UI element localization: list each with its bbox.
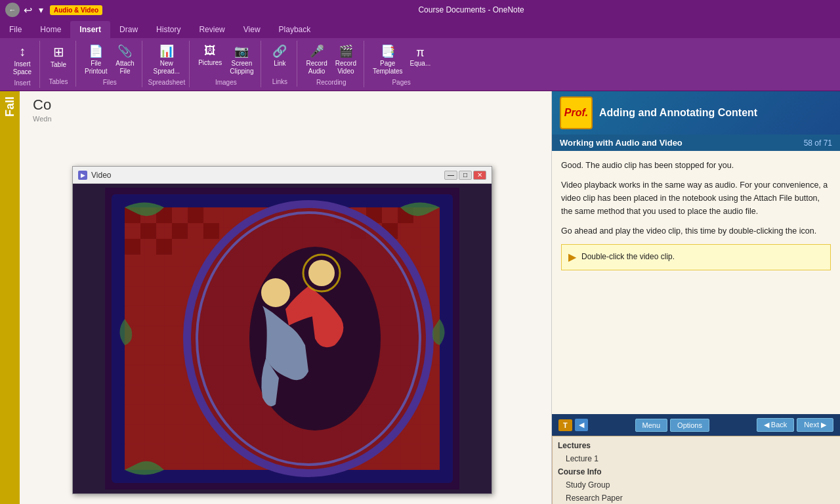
svg-rect-8 [172, 223, 188, 239]
images-group-label: Images [215, 79, 237, 86]
equations-button[interactable]: π Equa... [408, 45, 434, 68]
main-area: Fall Co Wedn 🎧 Renaissanc... [0, 91, 840, 504]
attach-file-icon: 📎 [117, 44, 132, 58]
record-audio-button[interactable]: 🎤 RecordAudio [303, 42, 330, 77]
nav-tree-item-researchpaper[interactable]: Research Paper [553, 492, 840, 504]
nav-tree-item-lectures[interactable]: Lectures [553, 439, 840, 452]
svg-rect-9 [203, 223, 219, 239]
insert-space-label: InsertSpace [13, 60, 32, 76]
attach-file-label: AttachFile [116, 60, 134, 75]
svg-rect-10 [125, 239, 140, 255]
video-minimize-button[interactable]: — [444, 171, 457, 180]
professor-para3: Go ahead and play the video clip, this t… [561, 224, 831, 238]
professor-logo-text: Prof. [564, 107, 588, 119]
table-group: ⊞ Table Tables [41, 41, 76, 87]
audio-video-tab-label: Audio & Video [50, 5, 102, 15]
nav-arrow-button[interactable]: ◀ [575, 419, 588, 431]
insert-space-icon: ↕ [19, 44, 26, 59]
tab-draw[interactable]: Draw [110, 21, 147, 38]
professor-topic-text: Working with Audio and Video [560, 138, 682, 148]
links-group-label: Links [272, 78, 287, 85]
table-label: Table [51, 61, 66, 69]
insert-space-group: ↕ InsertSpace Insert [5, 41, 40, 88]
link-icon: 🔗 [272, 44, 287, 58]
pictures-icon: 🖼 [204, 44, 216, 58]
ribbon-content: ↕ InsertSpace Insert ⊞ Table Tables 📄 Fi… [0, 38, 840, 91]
back-button[interactable]: ← [5, 3, 20, 17]
professor-logo: Prof. [560, 96, 593, 129]
page-date: Wedn [33, 115, 538, 123]
professor-para1: Good. The audio clip has been stopped fo… [561, 159, 831, 172]
file-printout-label: FilePrintout [85, 60, 107, 75]
file-printout-icon: 📄 [89, 44, 103, 58]
nav-tree-item-courseinfo[interactable]: Course Info [553, 465, 840, 478]
links-group: 🔗 Link Links [262, 41, 297, 87]
page-templates-label: PageTemplates [373, 60, 403, 75]
screen-clipping-button[interactable]: 📷 ScreenClipping [226, 42, 257, 77]
link-label: Link [274, 60, 285, 68]
attach-file-button[interactable]: 📎 AttachFile [112, 42, 138, 77]
app-title: Course Documents - OneNote [108, 5, 835, 14]
pages-group: 📑 PageTemplates π Equa... Pages [366, 41, 437, 87]
pictures-label: Pictures [198, 59, 222, 67]
pictures-button[interactable]: 🖼 Pictures [195, 42, 225, 77]
images-group: 🖼 Pictures 📷 ScreenClipping Images [191, 41, 261, 87]
notebook-page-area: Co Wedn 🎧 Renaissanc... ⏺ Med [20, 91, 551, 504]
nav-next-button[interactable]: Next ▶ [797, 418, 833, 432]
notebook-tab: Fall [0, 91, 20, 504]
play-arrow-icon: ▶ [568, 249, 576, 266]
equations-icon: π [416, 46, 424, 60]
svg-rect-6 [188, 207, 203, 223]
files-group: 📄 FilePrintout 📎 AttachFile Files [77, 41, 142, 87]
nav-back-button[interactable]: ◀ Back [757, 418, 795, 432]
tab-file[interactable]: File [0, 21, 31, 38]
tab-view[interactable]: View [234, 21, 270, 38]
svg-rect-11 [156, 239, 172, 255]
tab-home[interactable]: Home [31, 21, 70, 38]
navigation-tree: Lectures Lecture 1 Course Info Study Gro… [552, 436, 840, 504]
undo-button[interactable]: ↩ [22, 5, 33, 15]
insert-label: Insert [14, 79, 30, 87]
nav-menu-button[interactable]: Menu [635, 419, 668, 432]
nav-tree-item-studygroup[interactable]: Study Group [553, 478, 840, 492]
tab-review[interactable]: Review [190, 21, 234, 38]
video-close-button[interactable]: ✕ [473, 171, 486, 180]
video-maximize-button[interactable]: □ [459, 171, 472, 180]
professor-topic-bar: Working with Audio and Video 58 of 71 [552, 135, 840, 151]
record-video-button[interactable]: 🎬 RecordVideo [332, 42, 360, 77]
page-title-area: Co Wedn [20, 91, 551, 125]
record-audio-icon: 🎤 [310, 44, 324, 58]
medieval-art-svg [105, 188, 459, 490]
record-audio-label: RecordAudio [306, 60, 327, 75]
page-title: Co [33, 96, 538, 114]
professor-content-area: Good. The audio clip has been stopped fo… [552, 151, 840, 414]
table-icon: ⊞ [53, 44, 64, 60]
more-button[interactable]: ▾ [35, 5, 46, 15]
title-bar: ← ↩ ▾ Audio & Video Course Documents - O… [0, 0, 840, 20]
table-button[interactable]: ⊞ Table [45, 42, 72, 71]
spreadsheet-label: NewSpread... [154, 60, 180, 75]
page-templates-button[interactable]: 📑 PageTemplates [369, 42, 406, 77]
recording-group-label: Recording [316, 79, 346, 86]
page-templates-icon: 📑 [381, 44, 395, 58]
onenote-content-area: Fall Co Wedn 🎧 Renaissanc... [0, 91, 551, 504]
svg-point-21 [261, 278, 290, 307]
spreadsheet-group-label: Spreadsheet [148, 79, 185, 86]
video-content [73, 184, 492, 494]
link-button[interactable]: 🔗 Link [266, 42, 293, 70]
files-label: Files [103, 79, 117, 86]
tab-playback[interactable]: Playback [270, 21, 320, 38]
tables-label: Tables [49, 78, 68, 85]
tab-insert[interactable]: Insert [70, 21, 110, 38]
professor-progress: 58 of 71 [804, 138, 832, 148]
nav-tree-item-lecture1[interactable]: Lecture 1 [553, 452, 840, 465]
spreadsheet-button[interactable]: 📊 NewSpread... [150, 42, 184, 77]
professor-para2: Video playback works in the same way as … [561, 178, 831, 218]
insert-space-button[interactable]: ↕ InsertSpace [9, 42, 35, 78]
tab-history[interactable]: History [147, 21, 190, 38]
ribbon: File Home Insert Draw History Review Vie… [0, 20, 840, 91]
file-printout-button[interactable]: 📄 FilePrintout [81, 42, 110, 77]
equations-label: Equa... [410, 60, 431, 67]
nav-t-button[interactable]: T [558, 419, 572, 431]
nav-options-button[interactable]: Options [670, 419, 709, 432]
